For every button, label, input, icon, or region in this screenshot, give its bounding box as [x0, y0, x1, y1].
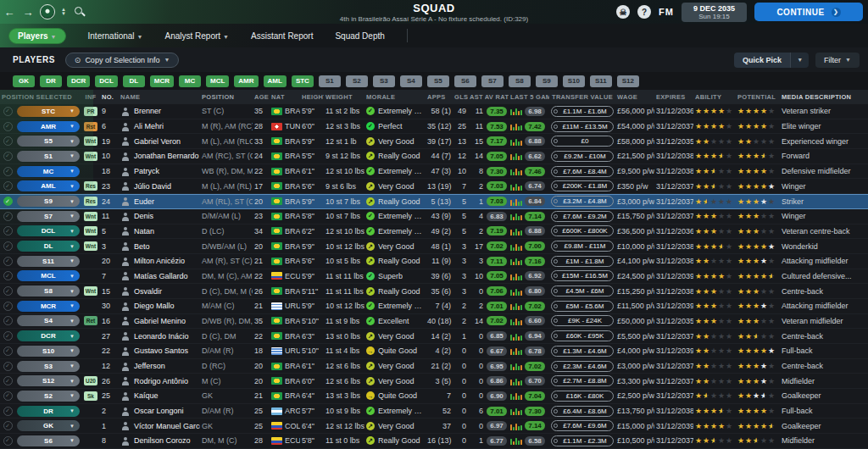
info-badge[interactable]: Sk [84, 391, 97, 401]
transfer-value-pill[interactable]: £1.1M - £1.6M [551, 106, 614, 117]
table-row[interactable]: ✓S8▼Wnt15OsvaldirD (C), DM, M (C),...26B… [0, 284, 868, 299]
menu-item-analyst-report[interactable]: Analyst Report▼ [165, 31, 230, 41]
column-header-name[interactable]: NAME [119, 93, 200, 101]
table-row[interactable]: ✓S9▼Res24EuderAM (RL), ST (C)20BRA5'9"10… [0, 194, 868, 209]
table-row[interactable]: ✓S10▼22Gustavo SantosD/AM (R)18URU5'10"1… [0, 344, 868, 359]
info-badge[interactable]: Res [84, 197, 97, 206]
transfer-value-pill[interactable]: £7.6M - £9.2M [551, 211, 614, 222]
position-selector-badge[interactable]: S9▼ [17, 196, 80, 207]
info-badge[interactable]: Res [84, 181, 97, 191]
transfer-value-pill[interactable]: £600K - £800K [551, 225, 614, 236]
player-name[interactable]: Denilson Corozo [132, 436, 200, 445]
continue-button[interactable]: CONTINUE ❯ [754, 3, 863, 21]
info-badge[interactable]: Wnt [84, 212, 97, 221]
column-header-apps[interactable]: APPS [426, 93, 453, 101]
transfer-value-pill[interactable]: £7.6M - £9.6M [551, 420, 614, 431]
position-selector-badge[interactable]: GK▼ [17, 420, 80, 431]
table-row[interactable]: ✓S1▼Wnt10Jonathan BernardoAM (RC), ST (C… [0, 149, 868, 164]
player-name[interactable]: Gabriel Veron [132, 137, 200, 146]
table-row[interactable]: ✓S12▼U2026Rodrigo AntônioM (C)20BRA6'0"1… [0, 374, 868, 389]
row-select-checkbox[interactable]: ✓ [3, 212, 13, 221]
table-row[interactable]: ✓S11▼20Milton AnicézioAM (R), ST (C)21BR… [0, 254, 868, 269]
transfer-value-pill[interactable]: £11M - £13.5M [551, 121, 614, 132]
position-selector-badge[interactable]: S6▼ [17, 435, 80, 446]
view-selector[interactable]: ⊙ Copy of Selection Info ▼ [65, 53, 180, 68]
transfer-value-pill[interactable]: £7.6M - £8.4M [551, 166, 614, 177]
transfer-value-pill[interactable]: £1.3M - £4.6M [551, 346, 614, 357]
row-select-checkbox[interactable]: ✓ [3, 122, 13, 131]
position-selector-badge[interactable]: DR▼ [17, 406, 80, 417]
slot-filter-s5[interactable]: S5 [427, 75, 449, 87]
slot-filter-s6[interactable]: S6 [454, 75, 476, 87]
player-name[interactable]: Patryck [132, 167, 200, 175]
info-badge[interactable]: Ret [84, 316, 97, 325]
position-selector-badge[interactable]: DL▼ [17, 241, 80, 252]
player-name[interactable]: Gustavo Santos [132, 346, 200, 355]
position-selector-badge[interactable]: MC▼ [17, 166, 80, 177]
club-switch-icon[interactable]: ▲▼ [61, 8, 66, 16]
player-name[interactable]: Natan [132, 227, 200, 236]
info-badge[interactable]: Rst [84, 122, 97, 131]
row-select-checkbox[interactable]: ✓ [3, 197, 13, 206]
transfer-value-pill[interactable]: £3.2M - £4.8M [551, 196, 614, 207]
table-row[interactable]: ✓S2▼Sk25KaíqueGK21BRA6'4"13 st 3 lbs→Qui… [0, 389, 868, 404]
menu-item-players[interactable]: Players▼ [8, 28, 66, 44]
transfer-value-pill[interactable]: £5M - £5.6M [551, 301, 614, 312]
row-select-checkbox[interactable]: ✓ [3, 257, 13, 266]
column-header-media-description[interactable]: MEDIA DESCRIPTION [780, 93, 868, 101]
table-row[interactable]: ✓S7▼Wnt11DenisD/M/AM (L)23BRA5'8"10 st 7… [0, 209, 868, 224]
column-header-morale[interactable]: MORALE [364, 93, 426, 101]
row-select-checkbox[interactable]: ✓ [3, 376, 13, 385]
table-row[interactable]: ✓AML▼Res23Júlio DavidM (L), AM (RL)17BRA… [0, 179, 868, 194]
position-selector-badge[interactable]: STC▼ [17, 106, 80, 117]
row-select-checkbox[interactable]: ✓ [3, 286, 13, 296]
player-name[interactable]: Víctor Manuel Garcés [132, 422, 200, 430]
position-filter-dcr[interactable]: DCR [67, 75, 90, 87]
position-filter-amr[interactable]: AMR [234, 75, 258, 87]
table-row[interactable]: ✓S4▼Ret16Gabriel MeninoD/WB (R), DM,...3… [0, 314, 868, 330]
info-badge[interactable]: Wnt [84, 136, 97, 146]
position-selector-badge[interactable]: S8▼ [17, 285, 80, 297]
player-name[interactable]: Gabriel Menino [132, 317, 200, 325]
table-row[interactable]: ✓STC▼PR9BrennerST (C)35BRA5'9"11 st 2 lb… [0, 104, 868, 119]
table-row[interactable]: ✓MC▼18PatryckWB (R), DM, M (C)22BRA6'1"1… [0, 164, 868, 180]
quick-pick-button[interactable]: Quick Pick ▼ [734, 53, 809, 68]
position-filter-mcr[interactable]: MCR [150, 75, 174, 87]
column-header-inf[interactable]: INF [81, 93, 100, 101]
column-header-potential[interactable]: POTENTIAL [736, 93, 780, 101]
column-header-height[interactable]: HEIGHT [300, 93, 324, 101]
transfer-value-pill[interactable]: £0 [551, 136, 614, 147]
position-selector-badge[interactable]: S11▼ [17, 256, 80, 267]
player-name[interactable]: Jonathan Bernardo [132, 152, 200, 160]
position-selector-badge[interactable]: S3▼ [17, 361, 80, 372]
forward-icon[interactable]: → [19, 6, 37, 19]
table-row[interactable]: ✓DCL▼Wnt5NatanD (LC)34BRA6'2"12 st 10 lb… [0, 224, 868, 240]
player-name[interactable]: Júlio David [132, 182, 200, 191]
menu-item-assistant-report[interactable]: Assistant Report [251, 31, 313, 41]
table-row[interactable]: ✓S6▼8Denilson CorozoDM, M (C)28ECU5'8"11… [0, 434, 868, 449]
column-header-expires[interactable]: EXPIRES [654, 93, 693, 101]
transfer-value-pill[interactable]: £4.5M - £6M [551, 285, 614, 297]
slot-filter-s1[interactable]: S1 [319, 75, 341, 87]
table-row[interactable]: ✓DR▼2Oscar LongoniD/AM (R)25ARG5'7"10 st… [0, 404, 868, 419]
position-filter-gk[interactable]: GK [13, 75, 35, 87]
column-header-weight[interactable]: WEIGHT [324, 93, 364, 101]
slot-filter-s8[interactable]: S8 [509, 75, 531, 87]
help-icon[interactable]: ? [637, 5, 651, 19]
row-select-checkbox[interactable]: ✓ [3, 391, 13, 401]
position-selector-badge[interactable]: S2▼ [17, 391, 80, 402]
position-selector-badge[interactable]: S4▼ [17, 315, 80, 326]
row-select-checkbox[interactable]: ✓ [3, 167, 13, 176]
row-select-checkbox[interactable]: ✓ [3, 302, 13, 311]
slot-filter-s10[interactable]: S10 [563, 75, 585, 87]
table-row[interactable]: ✓AMR▼Rst6Ali MehriM (R), AM (RC)28TUN6'0… [0, 119, 868, 135]
position-selector-badge[interactable]: AMR▼ [17, 121, 80, 132]
row-select-checkbox[interactable]: ✓ [3, 316, 13, 325]
position-filter-mc[interactable]: MC [179, 75, 201, 87]
game-status-icon[interactable]: ☠ [616, 5, 630, 19]
column-header-ast[interactable]: AST [468, 93, 485, 101]
column-header-last-5-games[interactable]: LAST 5 GAMES [509, 93, 549, 101]
player-name[interactable]: Milton Anicézio [132, 257, 200, 265]
position-filter-aml[interactable]: AML [264, 75, 287, 87]
column-header-age[interactable]: AGE [253, 93, 270, 101]
